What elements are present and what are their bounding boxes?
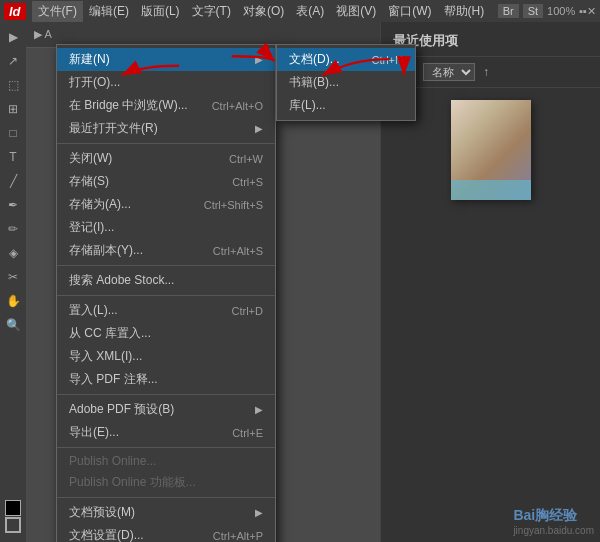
sep-1 — [57, 143, 275, 144]
main-content: ▶ A 最近使用项 名称 名称 日期 类型 ↑ — [26, 22, 600, 542]
menu-item-place[interactable]: 置入(L)... Ctrl+D — [57, 299, 275, 322]
menu-item-doc-setup[interactable]: 文档设置(D)... Ctrl+Alt+P — [57, 524, 275, 542]
menu-item-open[interactable]: 打开(O)... — [57, 71, 275, 94]
menu-item-export[interactable]: 导出(E)... Ctrl+E — [57, 421, 275, 444]
stock-button[interactable]: St — [523, 4, 543, 18]
menu-table[interactable]: 表(A) — [290, 1, 330, 22]
sort-dropdown[interactable]: 名称 日期 类型 — [423, 63, 475, 81]
menu-item-close[interactable]: 关闭(W) Ctrl+W — [57, 147, 275, 170]
menu-item-saveas[interactable]: 存储为(A)... Ctrl+Shift+S — [57, 193, 275, 216]
menu-help[interactable]: 帮助(H) — [438, 1, 491, 22]
menu-item-bridge[interactable]: 在 Bridge 中浏览(W)... Ctrl+Alt+O — [57, 94, 275, 117]
sep-2 — [57, 265, 275, 266]
menu-file[interactable]: 文件(F) — [32, 1, 83, 22]
tool-gap[interactable]: ⊞ — [2, 98, 24, 120]
menu-item-savecopy[interactable]: 存储副本(Y)... Ctrl+Alt+S — [57, 239, 275, 262]
menu-view[interactable]: 视图(V) — [330, 1, 382, 22]
menu-item-import-pdf[interactable]: 导入 PDF 注释... — [57, 368, 275, 391]
zoom-level: 100% — [547, 5, 575, 17]
tool-color[interactable]: ◈ — [2, 242, 24, 264]
menu-item-recent[interactable]: 最近打开文件(R) ▶ — [57, 117, 275, 140]
menu-item-stock[interactable]: 搜索 Adobe Stock... — [57, 269, 275, 292]
recent-file-thumbnail[interactable] — [451, 100, 531, 200]
sep-5 — [57, 447, 275, 448]
new-submenu: 文档(D)... Ctrl+N 书籍(B)... 库(L)... — [276, 44, 416, 121]
tool-select[interactable]: ▶ — [2, 26, 24, 48]
submenu-item-book[interactable]: 书籍(B)... — [277, 71, 415, 94]
thumbnail-footer — [451, 180, 531, 200]
submenu-item-library[interactable]: 库(L)... — [277, 94, 415, 117]
window-controls: ▪▪✕ — [579, 5, 596, 18]
app-body: ▶ ↗ ⬚ ⊞ □ T ╱ ✒ ✏ ◈ ✂ ✋ 🔍 ▶ A 最近使用项 — [0, 22, 600, 542]
menu-item-publish-online: Publish Online... — [57, 451, 275, 471]
tool-pencil[interactable]: ✏ — [2, 218, 24, 240]
menu-object[interactable]: 对象(O) — [237, 1, 290, 22]
sep-6 — [57, 497, 275, 498]
menu-item-checkin[interactable]: 登记(I)... — [57, 216, 275, 239]
menu-edit[interactable]: 编辑(E) — [83, 1, 135, 22]
menu-item-doc-preset[interactable]: 文档预设(M) ▶ — [57, 501, 275, 524]
sep-3 — [57, 295, 275, 296]
menu-item-pdf-preset[interactable]: Adobe PDF 预设(B) ▶ — [57, 398, 275, 421]
submenu-item-document[interactable]: 文档(D)... Ctrl+N — [277, 48, 415, 71]
menu-item-new[interactable]: 新建(N) ▶ — [57, 48, 275, 71]
tool-direct[interactable]: ↗ — [2, 50, 24, 72]
file-menu-dropdown: 新建(N) ▶ 打开(O)... 在 Bridge 中浏览(W)... Ctrl… — [56, 44, 276, 542]
toolbar-hint: ▶ A — [34, 28, 52, 41]
tool-hand[interactable]: ✋ — [2, 290, 24, 312]
app-id-badge: Id — [4, 3, 26, 20]
menu-window[interactable]: 窗口(W) — [382, 1, 437, 22]
sort-order-icon[interactable]: ↑ — [483, 65, 489, 79]
thumbnail-preview — [451, 100, 531, 200]
bridge-button[interactable]: Br — [498, 4, 519, 18]
tool-pen[interactable]: ✒ — [2, 194, 24, 216]
tool-scissors[interactable]: ✂ — [2, 266, 24, 288]
tool-line[interactable]: ╱ — [2, 170, 24, 192]
menu-item-publish-panel: Publish Online 功能板... — [57, 471, 275, 494]
tool-rect[interactable]: □ — [2, 122, 24, 144]
menu-layout[interactable]: 版面(L) — [135, 1, 186, 22]
tool-zoom[interactable]: 🔍 — [2, 314, 24, 336]
menu-item-save[interactable]: 存储(S) Ctrl+S — [57, 170, 275, 193]
tools-sidebar: ▶ ↗ ⬚ ⊞ □ T ╱ ✒ ✏ ◈ ✂ ✋ 🔍 — [0, 22, 26, 542]
tool-page[interactable]: ⬚ — [2, 74, 24, 96]
menubar-right: Br St 100% ▪▪✕ — [498, 4, 596, 18]
tool-type[interactable]: T — [2, 146, 24, 168]
menu-text[interactable]: 文字(T) — [186, 1, 237, 22]
menubar: Id 文件(F) 编辑(E) 版面(L) 文字(T) 对象(O) 表(A) 视图… — [0, 0, 600, 22]
sep-4 — [57, 394, 275, 395]
menu-item-import-xml[interactable]: 导入 XML(I)... — [57, 345, 275, 368]
menu-item-place-cc[interactable]: 从 CC 库置入... — [57, 322, 275, 345]
